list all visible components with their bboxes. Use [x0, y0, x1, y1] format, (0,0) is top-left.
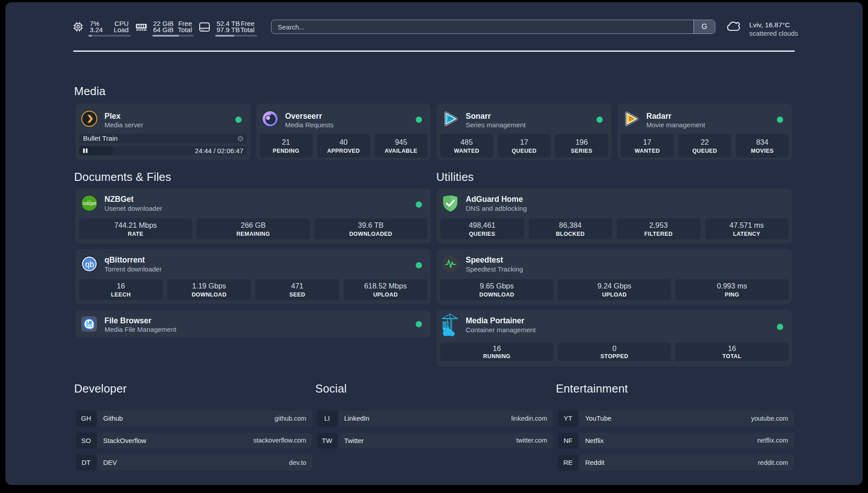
svg-text:qb: qb	[85, 260, 94, 269]
svg-text:nzbget: nzbget	[83, 201, 96, 206]
